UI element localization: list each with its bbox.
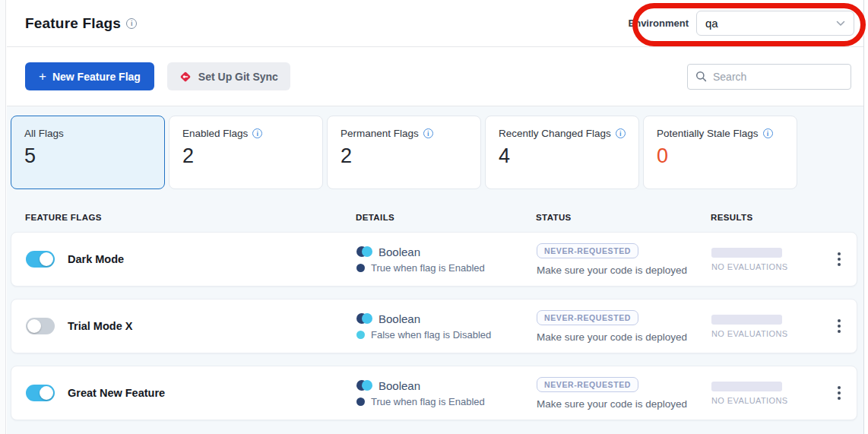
status-cell: NEVER-REQUESTED Make sure your code is d… [537, 243, 711, 276]
git-sync-label: Set Up Git Sync [198, 71, 278, 83]
stat-value: 2 [182, 144, 309, 168]
stat-label: All Flags [24, 128, 151, 139]
status-badge: NEVER-REQUESTED [537, 243, 638, 258]
flag-type-label: Boolean [379, 312, 420, 325]
flag-name[interactable]: Great New Feature [68, 387, 165, 399]
stat-label: Potentially Stale Flags [657, 128, 784, 139]
table-row: Great New Feature Boolean True when flag… [11, 366, 857, 420]
info-icon[interactable] [252, 128, 262, 138]
page-title: Feature Flags [25, 15, 121, 32]
stat-value: 0 [657, 144, 784, 168]
row-menu-button[interactable] [830, 248, 848, 271]
title-info-icon[interactable] [126, 18, 137, 29]
stat-card-potentially-stale-flags[interactable]: Potentially Stale Flags 0 [643, 116, 797, 189]
search-box[interactable] [687, 64, 851, 90]
column-header-details: DETAILS [356, 213, 536, 222]
info-icon[interactable] [616, 128, 626, 138]
stat-card-enabled-flags[interactable]: Enabled Flags 2 [169, 116, 323, 189]
chevron-down-icon [836, 21, 845, 27]
status-note: Make sure your code is deployed [537, 331, 711, 343]
value-dot-icon [356, 264, 365, 272]
info-icon[interactable] [763, 128, 773, 138]
stat-card-all-flags[interactable]: All Flags 5 [11, 116, 165, 189]
stats-row: All Flags 5 Enabled Flags 2 Permanent Fl… [11, 116, 857, 189]
column-header-results: RESULTS [711, 213, 820, 222]
app-sidebar-edge [0, 0, 6, 434]
boolean-type-icon [356, 313, 372, 324]
results-cell: NO EVALUATIONS [711, 315, 821, 338]
environment-selected-value: qa [705, 17, 718, 30]
new-feature-flag-button[interactable]: + New Feature Flag [25, 62, 154, 90]
flag-cell: Great New Feature [26, 385, 356, 401]
stat-label: Permanent Flags [341, 128, 467, 139]
row-menu-button[interactable] [830, 315, 848, 337]
flag-value-text: False when flag is Disabled [371, 329, 491, 341]
status-badge: NEVER-REQUESTED [537, 310, 638, 325]
environment-label: Environment [629, 17, 689, 29]
flag-value-text: True when flag is Enabled [371, 262, 485, 274]
flag-cell: Dark Mode [26, 251, 356, 268]
info-icon[interactable] [423, 128, 433, 138]
stat-value: 4 [499, 144, 626, 168]
evaluations-bar [711, 382, 782, 391]
toggle-knob [27, 319, 41, 333]
evaluations-bar [711, 315, 782, 325]
set-up-git-sync-button[interactable]: Set Up Git Sync [167, 62, 290, 90]
column-header-feature-flags: FEATURE FLAGS [25, 213, 356, 222]
stat-label: Recently Changed Flags [499, 128, 626, 139]
table-row: Trial Mode X Boolean False when flag is … [11, 299, 857, 353]
flag-name[interactable]: Trial Mode X [68, 320, 132, 332]
search-icon [695, 71, 707, 82]
new-feature-flag-label: New Feature Flag [52, 71, 141, 83]
flag-type-label: Boolean [379, 379, 420, 392]
value-dot-icon [356, 331, 365, 339]
column-header-status: STATUS [536, 213, 711, 222]
flags-section: All Flags 5 Enabled Flags 2 Permanent Fl… [7, 106, 863, 434]
status-cell: NEVER-REQUESTED Make sure your code is d… [537, 310, 711, 343]
flag-toggle[interactable] [26, 385, 55, 401]
status-badge: NEVER-REQUESTED [537, 377, 638, 392]
stat-card-permanent-flags[interactable]: Permanent Flags 2 [327, 116, 481, 189]
toggle-knob [40, 386, 53, 400]
boolean-type-icon [356, 380, 372, 391]
evaluations-label: NO EVALUATIONS [711, 396, 821, 405]
value-dot-icon [356, 398, 365, 406]
evaluations-label: NO EVALUATIONS [711, 262, 821, 271]
details-cell: Boolean True when flag is Enabled [356, 246, 537, 274]
stat-value: 5 [24, 144, 151, 168]
search-input[interactable] [713, 71, 843, 83]
flag-toggle[interactable] [26, 251, 55, 268]
environment-group: Environment qa [629, 11, 854, 36]
status-cell: NEVER-REQUESTED Make sure your code is d… [537, 377, 711, 410]
results-cell: NO EVALUATIONS [711, 382, 821, 405]
stat-card-recently-changed-flags[interactable]: Recently Changed Flags 4 [485, 116, 639, 189]
flag-cell: Trial Mode X [26, 318, 356, 334]
flag-name[interactable]: Dark Mode [68, 253, 124, 265]
table-header: FEATURE FLAGS DETAILS STATUS RESULTS [11, 200, 857, 232]
toggle-knob [40, 252, 53, 266]
environment-select[interactable]: qa [696, 11, 854, 36]
flag-value-text: True when flag is Enabled [371, 396, 485, 407]
status-note: Make sure your code is deployed [537, 265, 711, 276]
results-cell: NO EVALUATIONS [711, 248, 821, 271]
stat-value: 2 [341, 144, 467, 168]
details-cell: Boolean False when flag is Disabled [356, 312, 537, 341]
plus-icon: + [39, 70, 46, 83]
feature-flags-page: Feature Flags Environment qa + New Featu… [7, 0, 864, 434]
toolbar: + New Feature Flag Set Up Git Sync [7, 47, 863, 106]
status-note: Make sure your code is deployed [537, 398, 711, 410]
boolean-type-icon [356, 246, 372, 257]
stat-label: Enabled Flags [182, 128, 309, 139]
page-header: Feature Flags Environment qa [7, 0, 863, 47]
flag-type-label: Boolean [379, 246, 420, 258]
git-sync-icon [179, 71, 192, 83]
flag-toggle[interactable] [26, 318, 55, 334]
evaluations-label: NO EVALUATIONS [711, 329, 821, 338]
evaluations-bar [711, 248, 782, 258]
row-menu-button[interactable] [830, 382, 848, 404]
details-cell: Boolean True when flag is Enabled [356, 379, 537, 407]
table-row: Dark Mode Boolean True when flag is Enab… [11, 232, 857, 287]
